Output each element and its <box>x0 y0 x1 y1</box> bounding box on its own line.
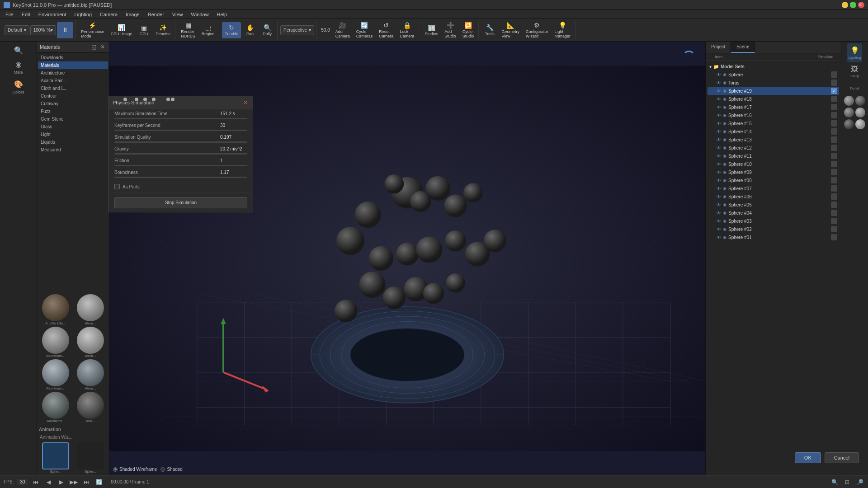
bounciness-thumb[interactable] <box>171 98 175 101</box>
materials-float-button[interactable]: ◱ <box>90 43 97 51</box>
sphere08-simulate-checkbox[interactable] <box>831 177 837 183</box>
tree-item-sphere03[interactable]: 👁 ◉ Sphere #03 <box>708 217 839 225</box>
denoise-button[interactable]: ✨ Denoise <box>153 22 173 38</box>
mat-cat-measured[interactable]: Measured <box>38 146 108 154</box>
tree-item-sphere04[interactable]: 👁 ◉ Sphere #04 <box>708 209 839 217</box>
light-manager-button[interactable]: 💡 LightManager <box>552 22 573 38</box>
mat-cat-fuzz[interactable]: Fuzz <box>38 108 108 115</box>
mat-thumb-alilila[interactable] <box>42 294 69 321</box>
sphere04-simulate-checkbox[interactable] <box>831 210 837 216</box>
tree-item-sphere08[interactable]: 👁 ◉ Sphere #08 <box>708 176 839 184</box>
cancel-button[interactable]: Cancel <box>825 452 859 463</box>
region-button[interactable]: ⬚ Region <box>199 22 217 38</box>
render-nurbs-button[interactable]: ▦ RenderNURBS <box>178 22 198 38</box>
tree-item-sphere09[interactable]: 👁 ◉ Sphere #09 <box>708 168 839 176</box>
shaded-wireframe-radio[interactable]: Shaded Wireframe <box>113 467 157 472</box>
gravity-thumb[interactable] <box>123 98 127 101</box>
minimize-button[interactable]: — <box>842 2 848 8</box>
transport-prev-frame[interactable]: ◀ <box>44 478 53 487</box>
timeline-zoom-out[interactable]: 🔍 <box>830 478 839 487</box>
right-swatch-3[interactable] <box>844 108 854 117</box>
sphere16-simulate-checkbox[interactable] <box>831 112 837 118</box>
sphere17-simulate-checkbox[interactable] <box>831 104 837 110</box>
pan-button[interactable]: ✋ Pan <box>242 22 258 38</box>
left-nav-colors[interactable]: 🎨 Colors <box>1 77 36 97</box>
sphere-simulate-checkbox[interactable] <box>831 71 837 78</box>
menu-view[interactable]: View <box>169 11 187 18</box>
sphere14-simulate-checkbox[interactable] <box>831 128 837 135</box>
tree-item-sphere16[interactable]: 👁 ◉ Sphere #16 <box>708 111 839 119</box>
transport-play[interactable]: ▶ <box>57 478 66 487</box>
menu-file[interactable]: File <box>2 11 17 18</box>
mat-cat-contour[interactable]: Contour <box>38 92 108 100</box>
sphere12-simulate-checkbox[interactable] <box>831 145 837 151</box>
sphere09-simulate-checkbox[interactable] <box>831 169 837 175</box>
perspective-dropdown[interactable]: Perspective ▾ <box>280 25 314 35</box>
tab-scene[interactable]: Scene <box>731 42 755 53</box>
reset-camera-button[interactable]: ↺ ResetCamera <box>376 22 396 38</box>
configurator-button[interactable]: ⚙ ConfiguratorWizard <box>523 22 551 38</box>
tree-item-sphere[interactable]: 👁 ◉ Sphere <box>708 70 839 79</box>
mat-cat-architecture[interactable]: Architecture <box>38 69 108 77</box>
transport-to-end[interactable]: ⏭ <box>82 478 91 487</box>
sphere06-simulate-checkbox[interactable] <box>831 193 837 200</box>
mat-cat-cloth[interactable]: Cloth and L... <box>38 84 108 92</box>
gpu-button[interactable]: ▣ GPU <box>136 22 152 38</box>
menu-image[interactable]: Image <box>122 11 143 18</box>
tree-item-sphere07[interactable]: 👁 ◉ Sphere #07 <box>708 184 839 192</box>
tab-image[interactable]: 🖼 Image <box>849 62 860 81</box>
anim-sphere-thumb2[interactable] <box>77 442 104 469</box>
timeline-zoom-in[interactable]: 🔎 <box>855 478 864 487</box>
right-swatch-2[interactable] <box>855 96 865 106</box>
mat-cat-light[interactable]: Light <box>38 131 108 138</box>
tree-item-sphere05[interactable]: 👁 ◉ Sphere #05 <box>708 201 839 209</box>
zoom-dropdown[interactable]: 100% %▾ <box>30 25 56 35</box>
tree-item-sphere11[interactable]: 👁 ◉ Sphere #11 <box>708 152 839 160</box>
menu-camera[interactable]: Camera <box>96 11 121 18</box>
mat-cat-gemstone[interactable]: Gem Stone <box>38 115 108 123</box>
transport-to-start[interactable]: ⏮ <box>31 478 40 487</box>
tree-item-sphere06[interactable]: 👁 ◉ Sphere #06 <box>708 192 839 201</box>
left-nav-search[interactable]: 🔍 <box>1 43 36 57</box>
menu-render[interactable]: Render <box>144 11 168 18</box>
maximize-button[interactable]: □ <box>850 2 856 8</box>
left-nav-materials[interactable]: ◉ Mate <box>1 57 36 77</box>
pause-button[interactable]: ⏸ <box>57 22 73 38</box>
menu-lighting[interactable]: Lighting <box>71 11 95 18</box>
fps-value[interactable]: 30 <box>17 479 28 485</box>
mat-cat-downloads[interactable]: Downloads <box>38 54 108 61</box>
tree-item-sphere12[interactable]: 👁 ◉ Sphere #12 <box>708 144 839 152</box>
tree-item-sphere10[interactable]: 👁 ◉ Sphere #10 <box>708 160 839 168</box>
ok-button[interactable]: OK <box>795 452 821 463</box>
transport-loop[interactable]: 🔄 <box>94 478 104 487</box>
mat-thumb-alum5[interactable] <box>77 359 104 386</box>
mat-cat-liquids[interactable]: Liquids <box>38 138 108 146</box>
sphere18-simulate-checkbox[interactable] <box>831 96 837 102</box>
tree-item-sphere02[interactable]: 👁 ◉ Sphere #02 <box>708 225 839 233</box>
sphere02-simulate-checkbox[interactable] <box>831 226 837 232</box>
stop-simulation-button[interactable]: Stop Simulation <box>114 197 247 208</box>
right-swatch-1[interactable] <box>844 96 854 106</box>
close-button[interactable]: ✕ <box>858 2 864 8</box>
tree-item-torus[interactable]: 👁 ◉ Torus <box>708 79 839 87</box>
mat-thumb-alum1[interactable] <box>77 294 104 321</box>
sphere07-simulate-checkbox[interactable] <box>831 185 837 192</box>
performance-mode-button[interactable]: ⚡ PerformanceMode <box>78 22 107 38</box>
tree-item-sphere15[interactable]: 👁 ◉ Sphere #15 <box>708 119 839 127</box>
materials-close-button[interactable]: ✕ <box>99 43 106 51</box>
right-swatch-4[interactable] <box>855 108 865 117</box>
workspace-dropdown[interactable]: Default ▾ <box>5 25 29 35</box>
sphere19-simulate-checkbox[interactable]: ✓ <box>831 88 837 94</box>
add-camera-button[interactable]: 🎥 AddCamera <box>333 22 353 38</box>
menu-window[interactable]: Window <box>187 11 212 18</box>
tree-item-sphere13[interactable]: 👁 ◉ Sphere #13 <box>708 136 839 144</box>
torus-simulate-checkbox[interactable] <box>831 80 837 86</box>
sphere11-simulate-checkbox[interactable] <box>831 153 837 159</box>
tree-item-sphere18[interactable]: 👁 ◉ Sphere #18 <box>708 95 839 103</box>
cpu-usage-button[interactable]: 📊 CPU Usage <box>108 22 135 38</box>
tab-project[interactable]: Project <box>706 42 731 53</box>
as-parts-checkbox[interactable] <box>114 184 120 189</box>
physics-close-button[interactable]: ✕ <box>242 99 249 106</box>
sphere13-simulate-checkbox[interactable] <box>831 136 837 143</box>
tumble-button[interactable]: ↻ Tumble <box>222 22 241 38</box>
